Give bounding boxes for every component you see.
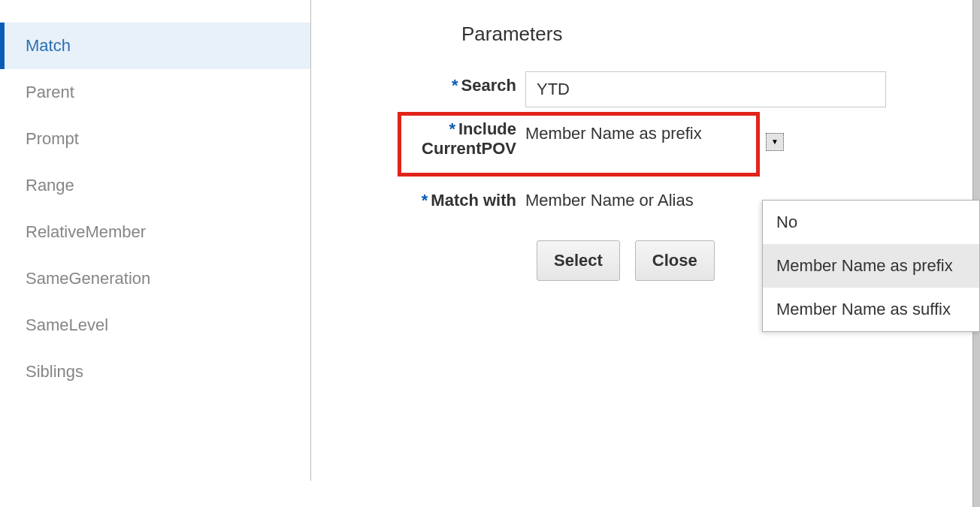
required-asterisk: * — [422, 191, 428, 210]
sidebar-item-range[interactable]: Range — [0, 162, 310, 209]
match-with-label: *Match with — [386, 182, 525, 210]
sidebar-item-label: RelativeMember — [26, 222, 146, 241]
sidebar-item-label: SameGeneration — [26, 269, 150, 288]
sidebar-item-label: Prompt — [26, 129, 79, 148]
sidebar: Match Parent Prompt Range RelativeMember… — [0, 0, 311, 481]
close-button[interactable]: Close — [635, 240, 715, 281]
include-currentpov-dropdown-trigger[interactable]: ▼ — [766, 133, 784, 151]
sidebar-item-samelevel[interactable]: SameLevel — [0, 302, 310, 349]
include-currentpov-dropdown-menu: No Member Name as prefix Member Name as … — [762, 200, 980, 332]
include-currentpov-label: *Include CurrentPOV — [386, 115, 525, 159]
sidebar-item-samegeneration[interactable]: SameGeneration — [0, 255, 310, 302]
sidebar-item-relativemember[interactable]: RelativeMember — [0, 209, 310, 255]
sidebar-item-prompt[interactable]: Prompt — [0, 116, 310, 162]
parameters-title: Parameters — [461, 23, 965, 46]
required-asterisk: * — [449, 119, 455, 138]
dropdown-option-no[interactable]: No — [763, 201, 979, 244]
required-asterisk: * — [452, 76, 458, 95]
sidebar-item-siblings[interactable]: Siblings — [0, 349, 310, 395]
field-row-search: *Search — [386, 67, 965, 107]
search-label-text: Search — [461, 76, 516, 95]
select-button[interactable]: Select — [537, 240, 620, 281]
dropdown-option-member-name-prefix[interactable]: Member Name as prefix — [763, 244, 979, 288]
match-with-label-text: Match with — [431, 191, 516, 210]
include-label-line1: Include — [458, 119, 516, 138]
dropdown-option-label: Member Name as suffix — [776, 300, 951, 318]
chevron-down-icon: ▼ — [771, 138, 779, 146]
match-with-value: Member Name or Alias — [525, 186, 694, 210]
sidebar-item-match[interactable]: Match — [0, 23, 310, 69]
sidebar-item-label: Match — [26, 36, 71, 55]
include-currentpov-value: Member Name as prefix — [525, 119, 702, 143]
dropdown-option-member-name-suffix[interactable]: Member Name as suffix — [763, 288, 979, 331]
dropdown-option-label: No — [776, 213, 797, 231]
sidebar-item-label: SameLevel — [26, 315, 108, 334]
sidebar-item-label: Siblings — [26, 362, 83, 381]
sidebar-item-label: Range — [26, 176, 74, 195]
field-row-include-currentpov: *Include CurrentPOV Member Name as prefi… — [386, 115, 965, 159]
dropdown-option-label: Member Name as prefix — [776, 256, 953, 275]
sidebar-item-label: Parent — [26, 83, 74, 101]
search-input[interactable] — [525, 71, 886, 107]
sidebar-item-parent[interactable]: Parent — [0, 69, 310, 116]
search-label: *Search — [386, 67, 525, 95]
include-label-line2: CurrentPOV — [422, 139, 516, 158]
